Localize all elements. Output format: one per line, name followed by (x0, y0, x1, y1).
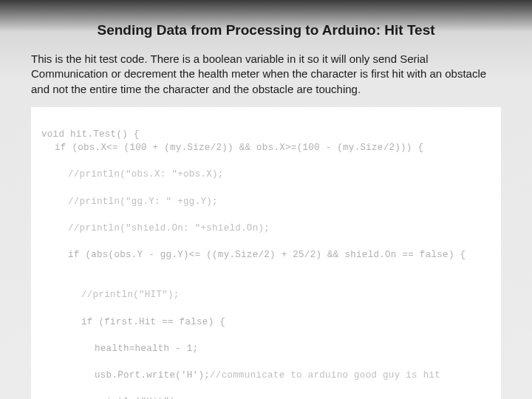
code-line: if (obs.X<= (100 + (my.Size/2)) && obs.X… (41, 141, 491, 154)
code-comment: //println("gg.Y: " +gg.Y); (41, 195, 491, 208)
code-block: void hit.Test() { if (obs.X<= (100 + (my… (31, 107, 501, 399)
slide-body-text: This is the hit test code. There is a bo… (31, 52, 501, 97)
code-comment: //println("obs.X: "+obs.X); (41, 168, 491, 181)
code-line: health=health - 1; (41, 342, 491, 355)
code-line: if (first.Hit == false) { (41, 316, 491, 329)
slide-title: Sending Data from Processing to Arduino:… (61, 22, 471, 38)
code-line: usb.Port.write('H');//communicate to ard… (41, 369, 491, 382)
code-comment: //println("shield.On: "+shield.On); (41, 222, 491, 235)
code-line: println("Hit"); (41, 395, 491, 399)
code-comment: //println("HIT"); (41, 288, 491, 301)
slide-container: Sending Data from Processing to Arduino:… (0, 0, 532, 399)
code-line: void hit.Test() { (41, 129, 140, 140)
code-line: if (abs(obs.Y - gg.Y)<= ((my.Size/2) + 2… (41, 248, 491, 262)
